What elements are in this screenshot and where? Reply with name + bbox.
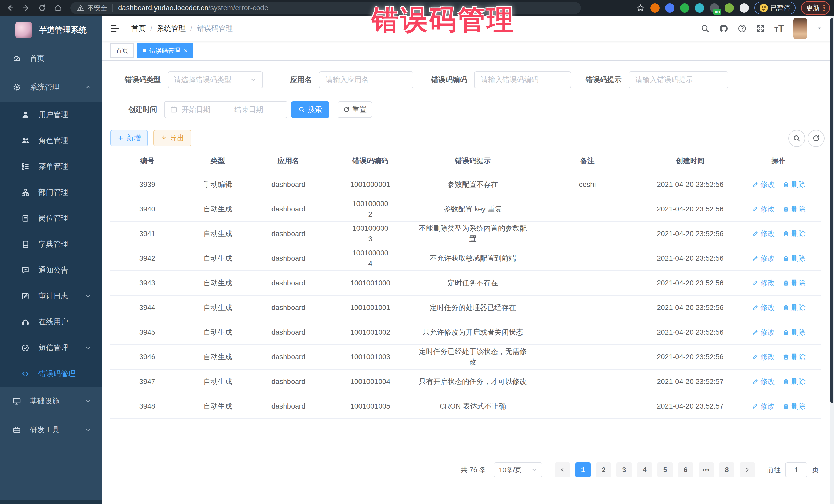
forward-icon[interactable] bbox=[21, 2, 32, 14]
error-type-select[interactable]: 请选择错误码类型 bbox=[168, 71, 263, 88]
tab-首页[interactable]: 首页 bbox=[110, 43, 134, 58]
edit-link[interactable]: 修改 bbox=[752, 229, 775, 239]
menu-list-icon bbox=[20, 162, 31, 171]
paused-badge[interactable]: 已暂停 bbox=[754, 2, 795, 14]
row-id: 3942 bbox=[110, 246, 184, 270]
search-button[interactable]: 搜索 bbox=[291, 101, 329, 118]
row-message: 只有开启状态的任务，才可以修改 bbox=[415, 370, 531, 394]
sidebar-item-label: 角色管理 bbox=[39, 135, 68, 146]
sidebar-item-roles[interactable]: 角色管理 bbox=[0, 128, 102, 153]
font-size-icon[interactable]: TT bbox=[774, 24, 784, 34]
app-name-input[interactable] bbox=[319, 71, 413, 88]
sidebar-item-dev-tools[interactable]: 研发工具 bbox=[0, 415, 102, 444]
error-hint-input[interactable] bbox=[629, 71, 728, 88]
row-message: 不能删除类型为系统内置的参数配置 bbox=[415, 222, 531, 246]
row-message: 参数配置 key 重复 bbox=[415, 197, 531, 221]
page-ellipsis[interactable]: ••• bbox=[699, 462, 714, 477]
search-icon[interactable] bbox=[701, 24, 710, 33]
help-icon[interactable] bbox=[738, 24, 747, 33]
delete-link[interactable]: 删除 bbox=[783, 253, 806, 264]
breadcrumb-item[interactable]: 首页 bbox=[131, 24, 146, 34]
extension-orange-icon[interactable] bbox=[650, 3, 659, 13]
reset-button[interactable]: 重置 bbox=[338, 101, 372, 118]
fullscreen-icon[interactable] bbox=[756, 24, 765, 33]
delete-link[interactable]: 删除 bbox=[783, 401, 806, 412]
page-button-6[interactable]: 6 bbox=[678, 462, 694, 477]
delete-link-label: 删除 bbox=[791, 401, 806, 412]
sidebar-item-menus[interactable]: 菜单管理 bbox=[0, 153, 102, 179]
page-button-3[interactable]: 3 bbox=[616, 462, 632, 477]
page-size-select[interactable]: 10条/页 bbox=[494, 462, 543, 477]
close-icon[interactable]: × bbox=[184, 47, 188, 54]
sidebar-item-home[interactable]: 首页 bbox=[0, 44, 102, 73]
hamburger-icon[interactable] bbox=[110, 23, 120, 34]
home-icon[interactable] bbox=[52, 2, 64, 14]
edit-link[interactable]: 修改 bbox=[752, 253, 775, 264]
sidebar-item-depts[interactable]: 部门管理 bbox=[0, 179, 102, 205]
edit-link[interactable]: 修改 bbox=[752, 401, 775, 412]
sidebar-item-audit-log[interactable]: 审计日志 bbox=[0, 283, 102, 309]
prev-page-button[interactable] bbox=[555, 462, 570, 477]
delete-link[interactable]: 删除 bbox=[783, 229, 806, 239]
sidebar-item-notice[interactable]: 通知公告 bbox=[0, 257, 102, 283]
sidebar-item-sms[interactable]: 短信管理 bbox=[0, 335, 102, 361]
sidebar-item-dict[interactable]: 字典管理 bbox=[0, 231, 102, 257]
row-actions: 修改删除 bbox=[736, 172, 821, 197]
error-code-input[interactable] bbox=[474, 71, 571, 88]
delete-link[interactable]: 删除 bbox=[783, 327, 806, 338]
page-button-1[interactable]: 1 bbox=[575, 462, 591, 477]
extension-green-icon[interactable] bbox=[680, 3, 689, 13]
update-button[interactable]: 更新 bbox=[801, 1, 830, 15]
reload-icon[interactable] bbox=[37, 2, 48, 14]
edit-link[interactable]: 修改 bbox=[752, 352, 775, 363]
extension-key-icon[interactable] bbox=[725, 3, 734, 13]
edit-link[interactable]: 修改 bbox=[752, 278, 775, 288]
scrollbar-thumb[interactable] bbox=[830, 18, 833, 403]
extension-teal-icon[interactable] bbox=[695, 3, 704, 13]
edit-link[interactable]: 修改 bbox=[752, 376, 775, 387]
sidebar-item-infra[interactable]: 基础设施 bbox=[0, 387, 102, 415]
delete-link[interactable]: 删除 bbox=[783, 204, 806, 215]
edit-link[interactable]: 修改 bbox=[752, 327, 775, 338]
extension-puzzle-icon[interactable] bbox=[740, 3, 749, 13]
edit-link[interactable]: 修改 bbox=[752, 179, 775, 190]
delete-link[interactable]: 删除 bbox=[783, 179, 806, 190]
bookmark-star-icon[interactable] bbox=[636, 4, 644, 12]
kebab-menu-icon[interactable] bbox=[824, 5, 825, 11]
sidebar-item-posts[interactable]: 岗位管理 bbox=[0, 205, 102, 231]
scrollbar[interactable] bbox=[830, 16, 834, 504]
back-icon[interactable] bbox=[5, 2, 16, 14]
delete-link[interactable]: 删除 bbox=[783, 352, 806, 363]
page-button-4[interactable]: 4 bbox=[637, 462, 652, 477]
sidebar-item-online-users[interactable]: 在线用户 bbox=[0, 309, 102, 335]
extension-list-icon[interactable]: on bbox=[710, 3, 719, 13]
filter-label-hint: 错误码提示 bbox=[586, 75, 621, 85]
sidebar-item-system[interactable]: 系统管理 bbox=[0, 73, 102, 102]
extension-blue-icon[interactable] bbox=[665, 3, 674, 13]
goto-page-input[interactable] bbox=[785, 462, 807, 477]
sidebar-item-users[interactable]: 用户管理 bbox=[0, 102, 102, 128]
edit-link[interactable]: 修改 bbox=[752, 303, 775, 313]
github-icon[interactable] bbox=[719, 24, 728, 33]
delete-link[interactable]: 删除 bbox=[783, 376, 806, 387]
filter-group-type: 错误码类型 请选择错误码类型 bbox=[125, 71, 263, 88]
date-range-picker[interactable]: 开始日期 - 结束日期 bbox=[164, 101, 287, 118]
page-button-8[interactable]: 8 bbox=[719, 462, 734, 477]
row-time: 2021-04-20 23:52:56 bbox=[644, 320, 736, 344]
delete-link[interactable]: 删除 bbox=[783, 303, 806, 313]
next-page-button[interactable] bbox=[740, 462, 755, 477]
page-button-5[interactable]: 5 bbox=[657, 462, 673, 477]
add-button[interactable]: 新增 bbox=[110, 130, 148, 146]
page-button-2[interactable]: 2 bbox=[596, 462, 611, 477]
caret-down-icon[interactable] bbox=[816, 25, 823, 32]
sidebar-item-error-code[interactable]: 错误码管理 bbox=[0, 361, 102, 387]
refresh-button[interactable] bbox=[808, 130, 825, 147]
search-toggle-button[interactable] bbox=[788, 130, 805, 147]
edit-link[interactable]: 修改 bbox=[752, 204, 775, 215]
app-logo[interactable]: 芋道管理系统 bbox=[0, 16, 102, 44]
user-avatar[interactable] bbox=[793, 18, 807, 39]
export-button[interactable]: 导出 bbox=[153, 130, 192, 146]
delete-link[interactable]: 删除 bbox=[783, 278, 806, 288]
breadcrumb-item[interactable]: 系统管理 bbox=[157, 24, 186, 34]
tab-错误码管理[interactable]: 错误码管理× bbox=[137, 43, 193, 58]
